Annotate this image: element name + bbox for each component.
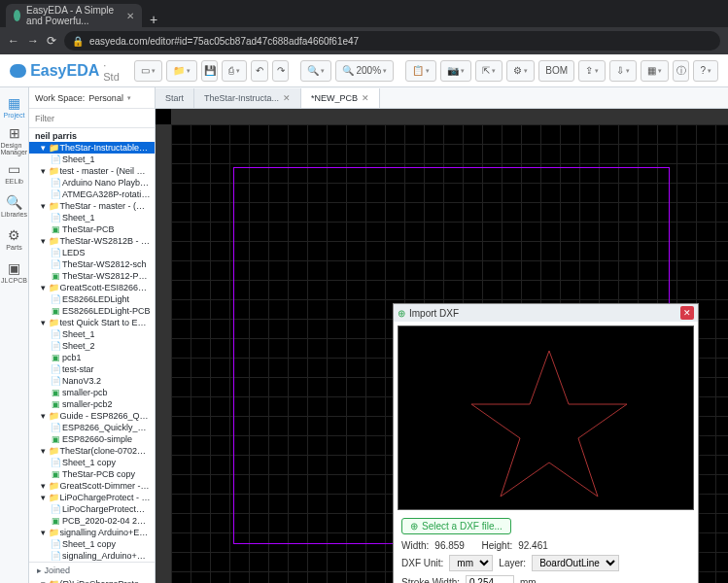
tree-node[interactable]: 📄ESP8266_Quickly_Design xyxy=(29,422,155,433)
undo-button[interactable]: ↶ xyxy=(251,60,267,82)
tree-node[interactable]: ▣smaller-pcb2 xyxy=(29,398,155,410)
tree-node[interactable]: 📄ES8266LEDLight xyxy=(29,293,155,305)
close-icon[interactable]: ✕ xyxy=(126,11,134,21)
tree-node[interactable]: ▾ 📁Guide - ESP8266_Quickly Design ... xyxy=(29,410,155,422)
grid-menu[interactable]: ▦▾ xyxy=(641,60,669,82)
tree-node[interactable]: ▾ 📁GreatScott-ESI8266LEDLight - mast... xyxy=(29,282,155,293)
tree-node[interactable]: ▣TheStar-PCB xyxy=(29,223,155,235)
tree-node[interactable]: 📄Arduino Nano Playboard xyxy=(29,177,155,189)
stroke-width-input[interactable] xyxy=(466,575,514,583)
zoom-tool[interactable]: 🔍▾ xyxy=(300,60,331,82)
save-button[interactable]: 💾 xyxy=(201,60,218,82)
filter-input[interactable] xyxy=(35,114,149,123)
tree-node[interactable]: ▣pcb1 xyxy=(29,352,155,363)
workspace-selector[interactable]: Work Space: Personal ▾ xyxy=(29,87,155,109)
editor-tab[interactable]: *NEW_PCB✕ xyxy=(301,88,380,108)
sch-icon: 📄 xyxy=(51,189,60,199)
redo-button[interactable]: ↷ xyxy=(272,60,289,82)
print-menu[interactable]: ⎙▾ xyxy=(222,60,247,82)
tree-node[interactable]: 📄LEDS xyxy=(29,247,155,258)
tree-node[interactable]: ▾ 📁(R)LiPoChargeProtectBoost copy - ... xyxy=(29,578,155,583)
pcb-icon: ▣ xyxy=(51,434,60,444)
rail-item-project[interactable]: ▦Project xyxy=(1,91,28,122)
layer-select[interactable]: BoardOutLine xyxy=(532,555,619,571)
dialog-titlebar[interactable]: ⊕ Import DXF ✕ xyxy=(394,304,698,322)
zoom-value[interactable]: 🔍 200%▾ xyxy=(335,60,394,82)
tree-node[interactable]: 📄NanoV3.2 xyxy=(29,375,155,387)
tree-node[interactable]: 📄Sheet_1 xyxy=(29,212,155,223)
tree-node[interactable]: ▾ 📁TheStar - master - (Neil Parris) xyxy=(29,200,155,212)
help-menu[interactable]: ?▾ xyxy=(693,60,718,82)
joined-section[interactable]: ▸ Joined xyxy=(29,562,155,578)
rail-item-design-manager[interactable]: ⊞Design Manager xyxy=(1,124,28,155)
rail-item-libraries[interactable]: 🔍Libraries xyxy=(1,190,28,222)
tree-node[interactable]: ▾ 📁GreatScott-Dimmer - master - (Nei... xyxy=(29,480,155,492)
rail-item-parts[interactable]: ⚙Parts xyxy=(1,223,28,255)
tree-node[interactable]: ▣TheStar-WS2812-PCB xyxy=(29,270,155,282)
tree-node[interactable]: ▾ 📁TheStar-Instructables - master - (N..… xyxy=(29,142,155,154)
browser-tabs: EasyEDA - A Simple and Powerfu... ✕ + xyxy=(0,0,728,27)
editor-tab[interactable]: Start xyxy=(156,88,194,108)
tree-node[interactable]: ▣PCB_2020-02-04 23:37:14 xyxy=(29,515,155,527)
sch-icon: 📄 xyxy=(51,154,60,164)
clipboard-menu[interactable]: 📋▾ xyxy=(405,60,436,82)
reload-icon[interactable]: ⟳ xyxy=(47,34,56,48)
file-menu[interactable]: ▭▾ xyxy=(134,60,162,82)
new-tab-button[interactable]: + xyxy=(142,12,165,27)
tree-node[interactable]: ▣ES8266LEDLight-PCB xyxy=(29,305,155,317)
tree-root[interactable]: neil parris xyxy=(29,130,155,142)
settings-menu[interactable]: ⚙▾ xyxy=(506,60,535,82)
tree-node[interactable]: ▾ 📁TheStar-WS2812B - master - (Nei... xyxy=(29,235,155,247)
pcb-canvas[interactable]: ⊕ Import DXF ✕ ⊕ Select a DXF file... xyxy=(156,109,728,583)
project-sidebar: Work Space: Personal ▾ neil parris ▾ 📁Th… xyxy=(29,87,156,583)
close-icon[interactable]: ✕ xyxy=(362,93,369,103)
tree-node[interactable]: 📄TheStar-WS2812-sch xyxy=(29,258,155,270)
share-menu[interactable]: ⇪▾ xyxy=(578,60,606,82)
select-dxf-button[interactable]: ⊕ Select a DXF file... xyxy=(401,518,511,534)
rail-item-eelib[interactable]: ▭EELib xyxy=(1,157,28,189)
tree-node[interactable]: ▾ 📁test Quick Start to EasyEDA - mas... xyxy=(29,317,155,328)
back-icon[interactable]: ← xyxy=(8,34,19,48)
info-button[interactable]: ⓘ xyxy=(673,60,689,82)
url-input[interactable]: 🔒 easyeda.com/editor#id=75ac05cb87ad47c6… xyxy=(64,31,720,51)
tree-node[interactable]: ▾ 📁test - master - (Neil Parris) xyxy=(29,165,155,177)
rail-item-jlcpcb[interactable]: ▣JLCPCB xyxy=(1,257,28,288)
tree-node[interactable]: ▣smaller-pcb xyxy=(29,387,155,398)
rail-icon: 🔍 xyxy=(6,194,22,210)
tree-node[interactable]: 📄ATMEGA328P-rotation-test xyxy=(29,189,155,200)
download-menu[interactable]: ⇩▾ xyxy=(609,60,637,82)
sch-icon: 📄 xyxy=(51,504,60,514)
tree-node[interactable]: 📄signaling_Arduino+ESP8266+SIM... xyxy=(29,550,155,562)
tree-node[interactable]: ▣ESP82660-simple xyxy=(29,433,155,445)
tree-node[interactable]: ▣TheStar-PCB copy xyxy=(29,468,155,480)
bom-button[interactable]: BOM xyxy=(538,60,574,82)
logo-suffix: · Std xyxy=(103,59,121,83)
tree-node[interactable]: 📄Sheet_2 xyxy=(29,340,155,352)
tree-node[interactable]: 📄LiPoChargeProtectBoost xyxy=(29,503,155,515)
editor-tab[interactable]: TheStar-Instructa...✕ xyxy=(194,88,301,108)
import-icon: ⊕ xyxy=(398,308,405,319)
tree-node[interactable]: 📄Sheet_1 copy xyxy=(29,457,155,468)
browser-tab[interactable]: EasyEDA - A Simple and Powerfu... ✕ xyxy=(6,4,142,27)
sch-icon: 📄 xyxy=(51,423,60,432)
close-icon[interactable]: ✕ xyxy=(283,93,291,103)
forward-icon[interactable]: → xyxy=(27,34,39,48)
pcb-icon: ▣ xyxy=(51,306,60,316)
camera-menu[interactable]: 📷▾ xyxy=(440,60,471,82)
close-icon[interactable]: ✕ xyxy=(680,306,694,320)
tree-node[interactable]: 📄Sheet_1 xyxy=(29,154,155,165)
logo[interactable]: EasyEDA · Std xyxy=(10,59,122,83)
folder-menu[interactable]: 📁▾ xyxy=(166,60,197,82)
logo-text: EasyEDA xyxy=(30,62,99,80)
svg-marker-0 xyxy=(471,351,627,497)
tree-node[interactable]: ▾ 📁LiPoChargeProtect - master - (Neil ..… xyxy=(29,492,155,503)
tree-node[interactable]: ▾ 📁signalling Arduino+ESP8266+SIM8... xyxy=(29,527,155,538)
tree-node[interactable]: ▾ 📁TheStar(clone-07022020) - master... xyxy=(29,445,155,457)
dxf-preview xyxy=(398,326,694,510)
tree-node[interactable]: 📄test-star xyxy=(29,363,155,375)
tree-node[interactable]: 📄Sheet_1 xyxy=(29,328,155,340)
tree-node[interactable]: 📄Sheet_1 copy xyxy=(29,538,155,550)
pcb-icon: ▣ xyxy=(51,399,60,409)
dxf-unit-select[interactable]: mm xyxy=(449,555,493,571)
export-menu[interactable]: ⇱▾ xyxy=(475,60,503,82)
